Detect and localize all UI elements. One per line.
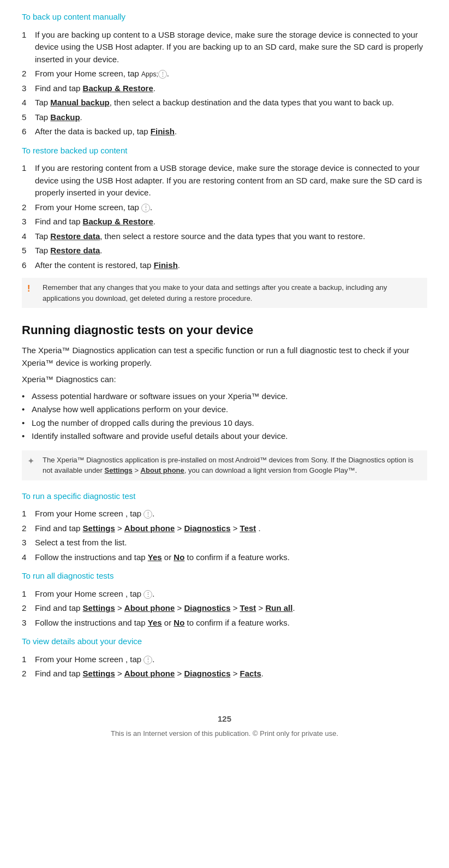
bullet-text: Assess potential hardware or software is… bbox=[32, 390, 288, 403]
page-footer: 125 This is an Internet version of this … bbox=[22, 713, 427, 739]
backup-heading: To back up content manually bbox=[22, 11, 427, 23]
step-num: 2 bbox=[22, 522, 35, 535]
step-content: Find and tap Settings > About phone > Di… bbox=[35, 602, 427, 615]
run-specific-section: To run a specific diagnostic test 1 From… bbox=[22, 490, 427, 564]
note-text: Remember that any changes that you make … bbox=[43, 282, 422, 304]
step-num: 2 bbox=[22, 668, 35, 680]
restore-steps-list: 1 If you are restoring content from a US… bbox=[22, 162, 427, 271]
view-details-step-1: 1 From your Home screen , tap ⋮. bbox=[22, 653, 427, 666]
step-content: Tap Restore data. bbox=[35, 245, 427, 257]
restore-heading: To restore backed up content bbox=[22, 145, 427, 157]
run-specific-step-1: 1 From your Home screen , tap ⋮. bbox=[22, 508, 427, 520]
restore-step-2: 2 From your Home screen, tap ⋮. bbox=[22, 201, 427, 214]
bullet-item: • Log the number of dropped calls during… bbox=[22, 417, 427, 430]
step-num: 6 bbox=[22, 259, 35, 272]
step-num: 5 bbox=[22, 245, 35, 257]
run-all-step-3: 3 Follow the instructions and tap Yes or… bbox=[22, 617, 427, 629]
backup-section: To back up content manually 1 If you are… bbox=[22, 11, 427, 138]
step-num: 1 bbox=[22, 162, 35, 199]
view-details-step-2: 2 Find and tap Settings > About phone > … bbox=[22, 668, 427, 680]
step-content: After the content is restored, tap Finis… bbox=[35, 259, 427, 272]
step-num: 3 bbox=[22, 537, 35, 549]
step-content: Find and tap Backup & Restore. bbox=[35, 82, 427, 95]
restore-section: To restore backed up content 1 If you ar… bbox=[22, 145, 427, 308]
view-details-heading: To view details about your device bbox=[22, 635, 427, 648]
diagnostics-bullets: • Assess potential hardware or software … bbox=[22, 390, 427, 443]
run-all-step-1: 1 From your Home screen , tap ⋮. bbox=[22, 588, 427, 601]
step-content: Find and tap Settings > About phone > Di… bbox=[35, 668, 427, 680]
diagnostics-intro1: The Xperia™ Diagnostics application can … bbox=[22, 344, 427, 369]
step-content: From your Home screen, tap Apps;⋮. bbox=[35, 68, 427, 80]
bullet-icon: • bbox=[22, 430, 32, 443]
step-content: From your Home screen , tap ⋮. bbox=[35, 588, 427, 601]
run-all-section: To run all diagnostic tests 1 From your … bbox=[22, 570, 427, 629]
run-all-steps: 1 From your Home screen , tap ⋮. 2 Find … bbox=[22, 588, 427, 629]
restore-step-1: 1 If you are restoring content from a US… bbox=[22, 162, 427, 199]
bullet-text: Analyse how well applications perform on… bbox=[32, 403, 228, 416]
step-num: 4 bbox=[22, 97, 35, 109]
step-content: After the data is backed up, tap Finish. bbox=[35, 126, 427, 138]
run-specific-heading: To run a specific diagnostic test bbox=[22, 490, 427, 503]
step-content: From your Home screen , tap ⋮. bbox=[35, 508, 427, 520]
step-content: Find and tap Settings > About phone > Di… bbox=[35, 522, 427, 535]
step-num: 5 bbox=[22, 111, 35, 124]
backup-step-4: 4 Tap Manual backup, then select a backu… bbox=[22, 97, 427, 109]
bullet-text: Log the number of dropped calls during t… bbox=[32, 417, 254, 430]
backup-step-3: 3 Find and tap Backup & Restore. bbox=[22, 82, 427, 95]
step-num: 1 bbox=[22, 29, 35, 66]
diagnostics-heading: Running diagnostic tests on your device bbox=[22, 321, 427, 339]
view-details-steps: 1 From your Home screen , tap ⋮. 2 Find … bbox=[22, 653, 427, 680]
diagnostics-intro2: Xperia™ Diagnostics can: bbox=[22, 373, 427, 386]
step-content: Select a test from the list. bbox=[35, 537, 427, 549]
exclamation-icon: ! bbox=[27, 282, 39, 295]
bullet-item: • Assess potential hardware or software … bbox=[22, 390, 427, 403]
view-details-section: To view details about your device 1 From… bbox=[22, 635, 427, 680]
step-content: Tap Backup. bbox=[35, 111, 427, 124]
backup-step-6: 6 After the data is backed up, tap Finis… bbox=[22, 126, 427, 138]
step-content: Tap Manual backup, then select a backup … bbox=[35, 97, 427, 109]
backup-step-2: 2 From your Home screen, tap Apps;⋮. bbox=[22, 68, 427, 80]
page-number: 125 bbox=[22, 713, 427, 726]
diagnostics-tip: ✦ The Xperia™ Diagnostics application is… bbox=[22, 450, 427, 480]
step-num: 4 bbox=[22, 230, 35, 243]
step-num: 3 bbox=[22, 82, 35, 95]
backup-step-5: 5 Tap Backup. bbox=[22, 111, 427, 124]
run-specific-step-2: 2 Find and tap Settings > About phone > … bbox=[22, 522, 427, 535]
restore-step-6: 6 After the content is restored, tap Fin… bbox=[22, 259, 427, 272]
bullet-icon: • bbox=[22, 417, 32, 430]
step-num: 6 bbox=[22, 126, 35, 138]
step-content: If you are restoring content from a USB … bbox=[35, 162, 427, 199]
backup-step-1: 1 If you are backing up content to a USB… bbox=[22, 29, 427, 66]
run-all-heading: To run all diagnostic tests bbox=[22, 570, 427, 582]
restore-note: ! Remember that any changes that you mak… bbox=[22, 278, 427, 308]
step-num: 2 bbox=[22, 68, 35, 80]
step-content: Follow the instructions and tap Yes or N… bbox=[35, 617, 427, 629]
step-num: 3 bbox=[22, 216, 35, 228]
run-all-step-2: 2 Find and tap Settings > About phone > … bbox=[22, 602, 427, 615]
restore-step-5: 5 Tap Restore data. bbox=[22, 245, 427, 257]
restore-step-3: 3 Find and tap Backup & Restore. bbox=[22, 216, 427, 228]
bullet-item: • Analyse how well applications perform … bbox=[22, 403, 427, 416]
step-num: 1 bbox=[22, 508, 35, 520]
step-content: From your Home screen, tap ⋮. bbox=[35, 201, 427, 214]
step-content: From your Home screen , tap ⋮. bbox=[35, 653, 427, 666]
bullet-icon: • bbox=[22, 390, 32, 403]
diagnostics-section: Running diagnostic tests on your device … bbox=[22, 321, 427, 480]
run-specific-step-3: 3 Select a test from the list. bbox=[22, 537, 427, 549]
bullet-item: • Identify installed software and provid… bbox=[22, 430, 427, 443]
bullet-icon: • bbox=[22, 403, 32, 416]
step-content: Find and tap Backup & Restore. bbox=[35, 216, 427, 228]
step-content: Tap Restore data, then select a restore … bbox=[35, 230, 427, 243]
tip-icon: ✦ bbox=[27, 455, 39, 468]
step-content: If you are backing up content to a USB s… bbox=[35, 29, 427, 66]
step-num: 2 bbox=[22, 602, 35, 615]
step-num: 4 bbox=[22, 551, 35, 564]
step-content: Follow the instructions and tap Yes or N… bbox=[35, 551, 427, 564]
run-specific-steps: 1 From your Home screen , tap ⋮. 2 Find … bbox=[22, 508, 427, 563]
step-num: 3 bbox=[22, 617, 35, 629]
step-num: 1 bbox=[22, 588, 35, 601]
step-num: 2 bbox=[22, 201, 35, 214]
backup-steps-list: 1 If you are backing up content to a USB… bbox=[22, 29, 427, 138]
tip-text: The Xperia™ Diagnostics application is p… bbox=[43, 455, 422, 476]
step-num: 1 bbox=[22, 653, 35, 666]
